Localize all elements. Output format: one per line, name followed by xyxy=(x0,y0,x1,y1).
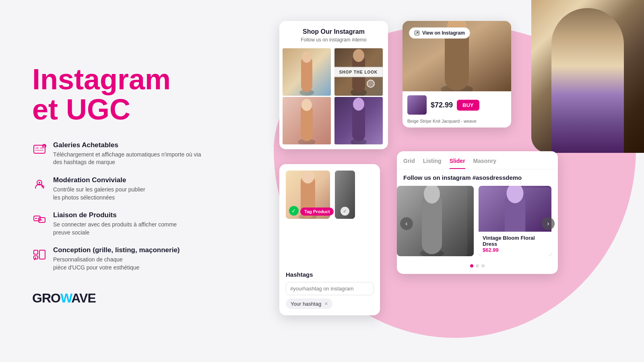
tab-masonry[interactable]: Masonry xyxy=(473,158,497,169)
buy-button[interactable]: BUY xyxy=(457,100,479,111)
photo-1-art xyxy=(283,48,331,96)
svg-point-27 xyxy=(301,99,312,111)
shop-instagram-card: Shop Our Instagram Follow us on instagra… xyxy=(279,21,388,149)
approve-check[interactable]: ✓ xyxy=(289,206,299,216)
instagram-grid: SHOP THE LOOK xyxy=(283,48,385,144)
svg-rect-37 xyxy=(407,95,427,115)
feature-liaison-desc: Se connecter avec des produits à affiche… xyxy=(53,221,177,237)
tab-listing[interactable]: Listing xyxy=(423,158,442,169)
link-icon xyxy=(32,212,47,226)
slider-gallery-card: Grid Listing Slider Masonry Follow us on… xyxy=(397,151,558,274)
feature-galeries-title: Galeries Achetables xyxy=(53,141,201,149)
tag-product-button[interactable]: Tag Product xyxy=(300,208,334,216)
slider-main-image xyxy=(403,186,474,256)
gallery-icon: $ xyxy=(32,142,47,156)
features-list: $ Galeries Achetables Téléchargement et … xyxy=(32,141,225,272)
design-icon xyxy=(32,247,47,261)
external-link-icon xyxy=(414,30,420,36)
moderation-icon xyxy=(32,177,47,191)
secondary-check: ✓ xyxy=(341,207,349,216)
feature-galeries: $ Galeries Achetables Téléchargement et … xyxy=(32,141,225,167)
slider-next-button[interactable]: › xyxy=(542,217,555,230)
feature-liaison: Liaison de Produits Se connecter avec de… xyxy=(32,211,225,237)
view-on-instagram-button[interactable]: View on Instagram xyxy=(409,27,470,39)
slider-product-name: Vintage Bloom Floral Dress xyxy=(483,235,547,247)
svg-text:$: $ xyxy=(43,145,45,148)
feature-moderation-title: Modération Conviviale xyxy=(53,176,145,184)
shop-the-look-button[interactable]: SHOP THE LOOK xyxy=(334,67,383,77)
feature-moderation: Modération Conviviale Contrôle sur les g… xyxy=(32,176,225,202)
shop-instagram-subtitle: Follow us on instagram #demo xyxy=(286,37,382,43)
insta-photo-3 xyxy=(283,97,331,144)
product-card: View on Instagram $72.99 BUY Beige Strip… xyxy=(402,21,511,128)
feature-conception-title: Conception (grille, listing, maçonnerie) xyxy=(53,246,180,254)
moderation-photo: ✓ Tag Product xyxy=(286,171,330,219)
tab-grid[interactable]: Grid xyxy=(403,158,415,169)
slider-product-price: $62.99 xyxy=(483,247,547,253)
svg-rect-13 xyxy=(34,250,38,254)
shop-instagram-title: Shop Our Instagram xyxy=(286,28,382,35)
slider-product-label: Vintage Bloom Floral Dress $62.99 xyxy=(479,232,551,256)
svg-rect-1 xyxy=(35,147,39,149)
product-info: $72.99 BUY xyxy=(402,91,511,119)
insta-photo-2: SHOP THE LOOK xyxy=(334,48,383,96)
product-thumbnail xyxy=(407,95,427,115)
hashtag-input[interactable] xyxy=(286,282,374,295)
feature-moderation-desc: Contrôle sur les galeries pour publierle… xyxy=(53,186,145,202)
svg-point-19 xyxy=(302,51,312,63)
slider-follow-text: Follow us on instagram #asosdressdemo xyxy=(397,174,558,186)
slider-product-image: Vintage Bloom Floral Dress $62.99 xyxy=(479,186,551,256)
shop-instagram-header: Shop Our Instagram Follow us on instagra… xyxy=(279,21,388,45)
product-main-photo: View on Instagram xyxy=(402,21,511,91)
main-title: Instagram et UGC xyxy=(32,64,225,125)
dot-2[interactable] xyxy=(476,264,479,267)
feature-conception: Conception (grille, listing, maçonnerie)… xyxy=(32,246,225,272)
left-panel: Instagram et UGC $ Galeries Achetables T… xyxy=(0,0,250,362)
remove-hashtag-button[interactable]: × xyxy=(324,300,328,307)
bg-fashion-photo xyxy=(531,0,644,153)
slider-dots xyxy=(397,261,558,274)
svg-rect-3 xyxy=(35,150,43,151)
fashion-figure xyxy=(551,8,624,153)
slider-images: ‹ Vintage Bloo xyxy=(397,186,558,261)
growave-logo: GROWAVE xyxy=(32,291,225,306)
moderation-secondary-photo: ✓ xyxy=(335,171,355,219)
photo-3-art xyxy=(283,97,331,144)
svg-point-31 xyxy=(353,98,364,111)
product-thumb-art xyxy=(407,95,427,115)
photo-4-art xyxy=(334,97,383,144)
hashtags-label: Hashtags xyxy=(286,271,374,278)
insta-photo-4 xyxy=(334,97,383,144)
feature-liaison-title: Liaison de Produits xyxy=(53,211,177,219)
tab-slider[interactable]: Slider xyxy=(450,158,465,169)
slider-prev-button[interactable]: ‹ xyxy=(400,217,413,230)
product-price: $72.99 xyxy=(431,101,453,109)
right-panel: Shop Our Instagram Follow us on instagra… xyxy=(250,0,644,362)
dot-3[interactable] xyxy=(481,264,485,267)
dot-1[interactable] xyxy=(470,264,473,267)
product-name: Beige Stripe Knit Jacquard - weave xyxy=(402,119,511,128)
hashtag-tag: Your hashtag × xyxy=(286,298,332,309)
svg-rect-15 xyxy=(39,250,45,259)
feature-galeries-desc: Téléchargement et affichage automatiques… xyxy=(53,151,201,167)
feature-conception-desc: Personnalisation de chaquepièce d'UCG po… xyxy=(53,256,180,272)
svg-point-23 xyxy=(353,49,364,62)
insta-photo-1 xyxy=(283,48,331,96)
hashtags-card: ✓ Tag Product ✓ Hashtags Your hashtag × xyxy=(279,164,380,315)
slider-tabs: Grid Listing Slider Masonry xyxy=(397,151,558,169)
svg-point-7 xyxy=(39,182,40,183)
